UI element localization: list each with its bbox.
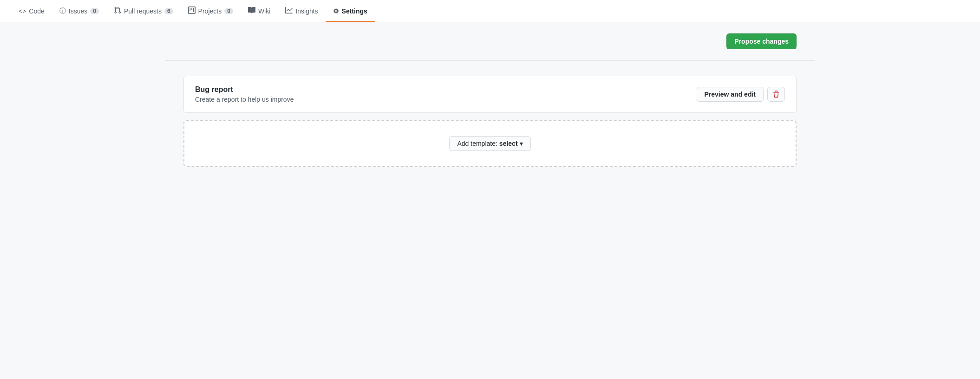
repo-nav: <> Code ⓘ Issues 0 Pull requests 6 Proje…	[0, 0, 980, 22]
add-template-select-label: select	[499, 140, 518, 147]
settings-icon: ⚙	[333, 7, 339, 15]
nav-label-projects: Projects	[198, 7, 222, 15]
propose-changes-button[interactable]: Propose changes	[726, 33, 797, 49]
template-card-bug-report: Bug report Create a report to help us im…	[183, 76, 797, 113]
page-content: Propose changes Bug report Create a repo…	[165, 22, 815, 178]
template-title: Bug report	[195, 85, 294, 94]
template-description: Create a report to help us improve	[195, 96, 294, 103]
issues-icon: ⓘ	[59, 7, 66, 15]
nav-label-issues: Issues	[69, 7, 87, 15]
nav-item-insights[interactable]: Insights	[278, 0, 325, 22]
nav-label-insights: Insights	[295, 7, 318, 15]
nav-label-settings: Settings	[342, 7, 367, 15]
add-template-container: Add template: select ▾	[183, 120, 797, 167]
code-icon: <>	[19, 7, 26, 15]
pull-requests-badge: 6	[164, 8, 173, 14]
nav-item-issues[interactable]: ⓘ Issues 0	[52, 0, 106, 22]
delete-template-button[interactable]	[767, 87, 785, 102]
dropdown-arrow-icon: ▾	[520, 140, 523, 147]
template-card-actions: Preview and edit	[697, 87, 785, 102]
nav-label-wiki: Wiki	[258, 7, 270, 15]
page-divider	[165, 60, 815, 61]
pull-requests-icon	[114, 7, 121, 15]
top-bar: Propose changes	[183, 33, 797, 49]
nav-item-settings[interactable]: ⚙ Settings	[326, 0, 375, 22]
preview-edit-button[interactable]: Preview and edit	[697, 87, 764, 102]
nav-label-pull-requests: Pull requests	[124, 7, 162, 15]
template-card-info: Bug report Create a report to help us im…	[195, 85, 294, 103]
nav-label-code: Code	[29, 7, 44, 15]
projects-icon	[188, 7, 196, 15]
projects-badge: 0	[224, 8, 233, 14]
nav-item-wiki[interactable]: Wiki	[241, 0, 278, 22]
insights-icon	[285, 7, 293, 15]
nav-item-pull-requests[interactable]: Pull requests 6	[106, 0, 181, 22]
wiki-icon	[248, 7, 255, 15]
trash-icon	[772, 91, 780, 98]
add-template-prefix: Add template:	[457, 140, 497, 147]
issues-badge: 0	[90, 8, 99, 14]
nav-item-projects[interactable]: Projects 0	[181, 0, 241, 22]
nav-item-code[interactable]: <> Code	[11, 0, 52, 22]
add-template-button[interactable]: Add template: select ▾	[449, 136, 530, 151]
